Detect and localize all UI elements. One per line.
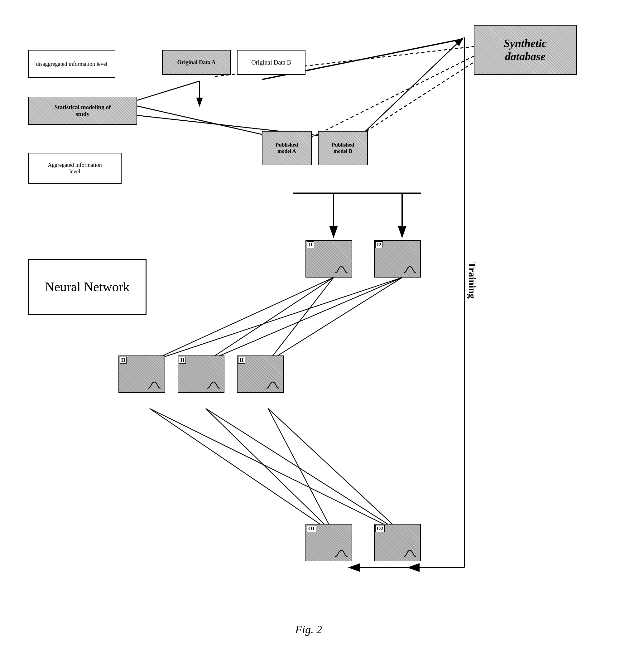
published-model-b-label: Publishedmodel B (332, 142, 354, 154)
svg-line-18 (268, 278, 402, 362)
synthetic-db-label: Syntheticdatabase (504, 37, 547, 63)
svg-line-24 (206, 409, 333, 533)
h2-node: H (178, 355, 224, 393)
training-label: Training (466, 261, 478, 299)
svg-line-23 (150, 409, 402, 533)
diagram-container: disaggregated information level Statisti… (19, 19, 599, 642)
svg-line-17 (206, 278, 402, 362)
neural-network-label: Neural Network (45, 279, 130, 294)
h2-label: H (179, 357, 186, 364)
disaggregated-label: disaggregated information level (36, 61, 108, 67)
svg-line-19 (150, 278, 333, 362)
svg-line-21 (268, 278, 333, 362)
published-model-b-box: Publishedmodel B (318, 131, 368, 165)
original-data-b-box: Original Data B (237, 50, 306, 75)
svg-line-27 (268, 409, 402, 533)
o2-node: O2 (374, 524, 421, 561)
o1-label: O1 (307, 525, 316, 532)
svg-line-10 (306, 44, 499, 140)
i1-node: I1 (306, 240, 352, 278)
original-data-b-label: Original Data B (251, 59, 291, 66)
original-data-a-label: Original Data A (177, 59, 215, 66)
disaggregated-box: disaggregated information level (28, 50, 115, 78)
h1-node: H (118, 355, 165, 393)
svg-line-25 (206, 409, 402, 533)
synthetic-db-box: Syntheticdatabase (474, 25, 577, 75)
i2-label: I2 (375, 241, 383, 248)
h1-label: H (120, 357, 126, 364)
i1-label: I1 (307, 241, 314, 248)
svg-line-16 (150, 278, 402, 362)
svg-line-7 (137, 106, 274, 137)
h3-label: H (238, 357, 245, 364)
aggregated-label: Aggregated informationlevel (48, 162, 102, 175)
o2-label: O2 (375, 525, 385, 532)
svg-line-22 (150, 409, 333, 533)
aggregated-box: Aggregated informationlevel (28, 153, 121, 184)
svg-line-20 (206, 278, 333, 362)
statistical-box: Statistical modeling ofstudy (28, 97, 137, 125)
published-model-a-label: Publishedmodel A (275, 142, 298, 154)
neural-network-box: Neural Network (28, 259, 147, 315)
figure-caption: Fig. 2 (295, 623, 322, 636)
original-data-a-box: Original Data A (162, 50, 231, 75)
i2-node: I2 (374, 240, 421, 278)
o1-node: O1 (306, 524, 352, 561)
h3-node: H (237, 355, 283, 393)
published-model-a-box: Publishedmodel A (262, 131, 312, 165)
statistical-label: Statistical modeling ofstudy (55, 104, 111, 117)
svg-line-26 (268, 409, 333, 533)
